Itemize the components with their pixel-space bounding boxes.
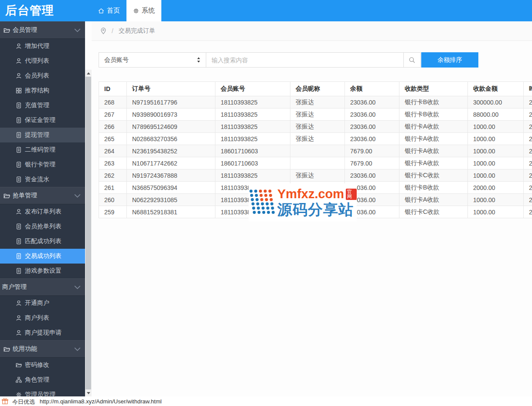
sidebar-item-open-merchant[interactable]: 开通商户	[0, 296, 85, 311]
cell-pay_amount: 1000.00	[468, 133, 524, 145]
cell-order_no: N106717742662	[127, 157, 215, 169]
cell-pay_amount: 88000.00	[468, 108, 524, 121]
search-button[interactable]	[403, 52, 421, 68]
cell-time: 2	[524, 206, 532, 218]
watermark-subtitle: 源码分享站	[277, 202, 357, 217]
sidebar-qrcode-management-label: 二维码管理	[25, 146, 55, 154]
balance-sort-button[interactable]: 余额排序	[421, 52, 478, 68]
chevron-down-icon	[74, 346, 81, 352]
file-icon	[16, 268, 22, 274]
sidebar-item-member-list[interactable]: 会员列表	[0, 68, 85, 83]
scrollbar-thumb[interactable]	[85, 77, 91, 389]
cell-balance: 23036.00	[345, 169, 399, 182]
column-time: 时间	[524, 82, 532, 96]
scrollbar-down-button[interactable]	[85, 389, 92, 396]
breadcrumb: / 交易完成订单	[92, 21, 532, 41]
cell-pay_amount: 1000.00	[468, 121, 524, 133]
column-account: 会员账号	[215, 82, 290, 96]
sidebar-item-admin-management[interactable]: 管理员管理	[0, 387, 85, 396]
sidebar-item-merchant-list[interactable]: 商户列表	[0, 311, 85, 325]
sidebar-match-success-list-label: 匹配成功列表	[25, 237, 61, 245]
cell-nickname	[290, 145, 345, 157]
sidebar-section-member-management[interactable]: 会员管理	[0, 21, 85, 39]
status-url: http://m.qianlima8.xyz/Admin/User/withdr…	[40, 398, 162, 405]
sidebar-recharge-management-label: 充值管理	[25, 102, 49, 109]
cell-order_no: N236195438252	[127, 145, 215, 157]
sidebar-item-game-params-settings[interactable]: 游戏参数设置	[0, 264, 85, 278]
sidebar-agent-list-label: 代理列表	[25, 57, 49, 65]
sidebar-item-fund-flow[interactable]: 资金流水	[0, 172, 85, 187]
tab-system[interactable]: 系统	[126, 0, 161, 21]
sidebar-item-agent-list[interactable]: 代理列表	[0, 54, 85, 68]
search-input[interactable]	[206, 52, 404, 68]
sidebar-section-common-functions[interactable]: 统用功能	[0, 340, 85, 358]
cell-id: 265	[99, 133, 127, 145]
sidebar-merchant-management-label: 商户管理	[2, 283, 27, 291]
sidebar-item-qrcode-management[interactable]: 二维码管理	[0, 142, 85, 157]
file-icon	[16, 238, 22, 244]
sidebar-item-member-grab-list[interactable]: 会员抢单列表	[0, 219, 85, 234]
cell-time: 2	[524, 133, 532, 145]
cell-pay_type: 银行卡A收款	[399, 157, 468, 169]
sidebar-section-merchant-management[interactable]: 商户管理	[0, 278, 85, 296]
cell-pay_type: 银行卡A收款	[399, 133, 468, 145]
scrollbar-up-button[interactable]	[85, 70, 92, 77]
person-icon	[16, 300, 22, 306]
toolbar: 会员账号 余额排序	[99, 52, 532, 68]
sidebar-add-agent-label: 增加代理	[25, 42, 49, 50]
topbar-tabs: 首页 系统	[92, 0, 161, 21]
breadcrumb-page-title: 交易完成订单	[119, 27, 155, 35]
cell-balance: 23036.00	[345, 96, 399, 108]
cell-time: 2	[524, 145, 532, 157]
cell-pay_amount: 1000.00	[468, 145, 524, 157]
person-icon	[16, 330, 22, 336]
sidebar-item-bankcard-management[interactable]: 银行卡管理	[0, 157, 85, 172]
file-icon	[16, 253, 22, 259]
sidebar-item-withdraw-management[interactable]: 提现管理	[0, 128, 85, 142]
sidebar-item-add-agent[interactable]: 增加代理	[0, 39, 85, 54]
triangle-down-icon	[87, 392, 90, 394]
file-icon	[16, 176, 22, 183]
cell-order_no: N789695124609	[127, 121, 215, 133]
sidebar-item-merchant-withdraw-apply[interactable]: 商户提现申请	[0, 325, 85, 340]
cell-balance: 23036.00	[345, 108, 399, 121]
cell-id: 266	[99, 121, 127, 133]
gear-icon	[133, 8, 139, 14]
cell-time: 2	[524, 182, 532, 194]
cell-order_no: N971951617796	[127, 96, 215, 108]
cell-account: 18110393825	[215, 108, 290, 121]
file-icon	[16, 102, 22, 108]
tab-home[interactable]: 首页	[92, 0, 126, 21]
sidebar-item-recharge-management[interactable]: 充值管理	[0, 98, 85, 113]
sidebar-item-referral-structure[interactable]: 推荐结构	[0, 83, 85, 98]
cell-nickname: 张振达	[290, 96, 345, 108]
magnifier-icon	[409, 57, 416, 64]
folder-open-icon	[16, 362, 22, 368]
sidebar-item-role-management[interactable]: 角色管理	[0, 372, 85, 387]
sidebar-item-match-success-list[interactable]: 匹配成功列表	[0, 234, 85, 249]
sidebar-item-password-change[interactable]: 密码修改	[0, 358, 85, 372]
sidebar-item-deposit-management[interactable]: 保证金管理	[0, 113, 85, 128]
cell-id: 268	[99, 96, 127, 108]
column-balance: 余额	[345, 82, 399, 96]
cell-account: 18110393825	[215, 121, 290, 133]
sidebar-section-grab-order-management[interactable]: 抢单管理	[0, 187, 85, 204]
cell-pay_amount: 1000.00	[468, 157, 524, 169]
person-icon	[16, 209, 22, 215]
sidebar-item-published-order-list[interactable]: 发布订单列表	[0, 204, 85, 219]
cell-pay_type: 银行卡C收款	[399, 169, 468, 182]
watermark-official-badge: 官网	[346, 189, 357, 200]
status-bar: 今日优选 http://m.qianlima8.xyz/Admin/User/w…	[0, 396, 532, 406]
filter-select[interactable]: 会员账号	[99, 52, 206, 68]
sitemap-icon	[16, 377, 22, 383]
sidebar-fund-flow-label: 资金流水	[25, 176, 49, 183]
sidebar-password-change-label: 密码修改	[25, 361, 49, 369]
sidebar-referral-structure-label: 推荐结构	[25, 87, 49, 95]
sidebar-item-trade-success-list[interactable]: 交易成功列表	[0, 249, 85, 264]
sidebar-open-merchant-label: 开通商户	[25, 299, 49, 307]
column-id: ID	[99, 82, 127, 96]
cell-balance: 7679.00	[345, 145, 399, 157]
topbar: 后台管理 首页 系统	[0, 0, 532, 21]
cell-id: 262	[99, 169, 127, 182]
cell-nickname: 张振达	[290, 169, 345, 182]
